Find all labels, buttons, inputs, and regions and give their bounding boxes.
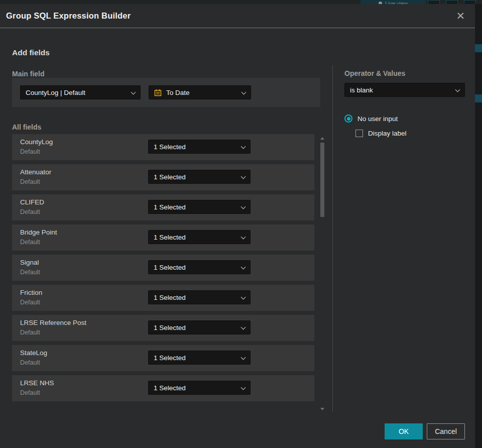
field-row-name: CLIFED — [20, 198, 44, 206]
close-icon[interactable]: ✕ — [454, 10, 467, 22]
cancel-button[interactable]: Cancel — [427, 423, 465, 439]
field-row: Bridge PointDefault1 Selected — [12, 225, 314, 251]
background-app-edge — [475, 4, 482, 448]
field-row-name: Friction — [20, 289, 42, 296]
chevron-down-icon — [241, 295, 245, 299]
operator-dropdown-value: is blank — [350, 86, 451, 94]
field-row-sublabel: Default — [20, 389, 40, 396]
field-row-sublabel: Default — [20, 359, 40, 366]
live-view-button[interactable]: Live view — [360, 0, 426, 4]
field-row-selection-value: 1 Selected — [154, 173, 237, 181]
chevron-down-icon — [241, 175, 245, 179]
scroll-down-icon[interactable] — [320, 408, 324, 410]
field-row-selection-value: 1 Selected — [154, 294, 237, 301]
field-row-selection-value: 1 Selected — [154, 324, 237, 331]
panel-divider — [332, 65, 333, 412]
group-sql-expression-builder-dialog: Group SQL Expression Builder ✕ Add field… — [0, 4, 475, 448]
field-row-selection-dropdown[interactable]: 1 Selected — [148, 290, 251, 304]
field-row-name: LRSE NHS — [20, 379, 54, 387]
chevron-down-icon — [241, 265, 245, 269]
field-row-selection-dropdown[interactable]: 1 Selected — [148, 170, 251, 184]
chevron-down-icon — [241, 325, 245, 329]
screen: Live view Group SQL Expression Builder ✕… — [0, 0, 482, 448]
ok-button[interactable]: OK — [385, 423, 423, 439]
chevron-down-icon — [241, 145, 245, 149]
background-accent — [475, 44, 482, 52]
topbar-tool-button[interactable] — [446, 0, 458, 4]
field-type-dropdown[interactable]: To Date — [149, 85, 251, 99]
field-row-sublabel: Default — [20, 269, 40, 276]
checkbox-unchecked-icon — [355, 130, 363, 137]
chevron-down-icon — [131, 90, 135, 94]
operator-dropdown[interactable]: is blank — [344, 83, 465, 97]
display-label-checkbox[interactable]: Display label — [355, 130, 407, 137]
field-row-selection-value: 1 Selected — [154, 384, 237, 392]
field-row-name: CountyLog — [20, 138, 53, 146]
field-row: CountyLogDefault1 Selected — [12, 134, 314, 160]
field-row-selection-dropdown[interactable]: 1 Selected — [148, 140, 251, 154]
field-row-selection-dropdown[interactable]: 1 Selected — [148, 200, 251, 214]
field-row-sublabel: Default — [20, 239, 40, 246]
main-field-panel: CountyLog | Default To Date — [12, 78, 320, 107]
dialog-titlebar: Group SQL Expression Builder ✕ — [0, 4, 475, 28]
field-row-selection-dropdown[interactable]: 1 Selected — [148, 260, 251, 274]
all-fields-list: CountyLogDefault1 SelectedAttenuatorDefa… — [12, 134, 314, 405]
field-row-sublabel: Default — [20, 299, 40, 306]
field-row-name: LRSE Reference Post — [20, 319, 86, 326]
field-row-selection-value: 1 Selected — [154, 264, 237, 271]
field-row-selection-dropdown[interactable]: 1 Selected — [148, 320, 251, 334]
display-label-text: Display label — [368, 130, 407, 137]
topbar-tool-button[interactable] — [428, 0, 440, 4]
field-row: StateLogDefault1 Selected — [12, 345, 314, 371]
operator-values-label: Operator & Values — [344, 69, 405, 77]
live-view-label: Live view — [385, 1, 408, 4]
field-row-selection-dropdown[interactable]: 1 Selected — [148, 230, 251, 244]
main-field-dropdown[interactable]: CountyLog | Default — [20, 85, 141, 99]
scrollbar-thumb[interactable] — [320, 143, 324, 217]
no-user-input-label: No user input — [357, 115, 398, 123]
field-row: SignalDefault1 Selected — [12, 255, 314, 281]
field-row: FrictionDefault1 Selected — [12, 285, 314, 311]
field-row: LRSE Reference PostDefault1 Selected — [12, 315, 314, 341]
main-field-dropdown-value: CountyLog | Default — [26, 89, 127, 96]
field-row: LRSE NHSDefault1 Selected — [12, 375, 314, 401]
field-row-selection-dropdown[interactable]: 1 Selected — [148, 351, 251, 365]
field-row-selection-value: 1 Selected — [154, 354, 237, 362]
chevron-down-icon — [241, 356, 245, 360]
field-row-selection-value: 1 Selected — [154, 234, 237, 241]
calendar-icon — [154, 89, 162, 96]
field-row-name: Bridge Point — [20, 229, 57, 236]
field-row-selection-value: 1 Selected — [154, 203, 237, 211]
add-fields-heading: Add fields — [12, 48, 50, 57]
radio-selected-icon — [344, 115, 352, 123]
all-fields-label: All fields — [12, 123, 41, 131]
background-app-topbar: Live view — [0, 0, 482, 4]
list-scrollbar[interactable] — [319, 136, 325, 411]
field-row-selection-dropdown[interactable]: 1 Selected — [148, 381, 251, 395]
field-row-name: StateLog — [20, 349, 47, 357]
chevron-down-icon — [241, 205, 245, 209]
chevron-down-icon — [241, 386, 245, 390]
field-row-sublabel: Default — [20, 329, 40, 336]
radio-dot — [347, 117, 350, 121]
chevron-down-icon — [241, 235, 245, 239]
background-accent — [475, 94, 482, 102]
scroll-up-icon[interactable] — [320, 137, 324, 140]
chevron-down-icon — [455, 88, 459, 92]
chevron-down-icon — [242, 90, 246, 94]
field-row-sublabel: Default — [20, 148, 40, 155]
field-row: AttenuatorDefault1 Selected — [12, 164, 314, 190]
field-row: CLIFEDDefault1 Selected — [12, 194, 314, 220]
field-row-name: Signal — [20, 259, 39, 266]
field-row-selection-value: 1 Selected — [154, 143, 237, 151]
field-row-name: Attenuator — [20, 168, 51, 176]
main-field-label: Main field — [12, 70, 45, 78]
field-row-sublabel: Default — [20, 178, 40, 185]
no-user-input-radio[interactable]: No user input — [344, 115, 398, 123]
field-type-dropdown-value: To Date — [166, 89, 237, 96]
topbar-tool-button[interactable] — [464, 0, 476, 4]
dialog-title: Group SQL Expression Builder — [6, 11, 131, 21]
field-row-sublabel: Default — [20, 208, 40, 215]
